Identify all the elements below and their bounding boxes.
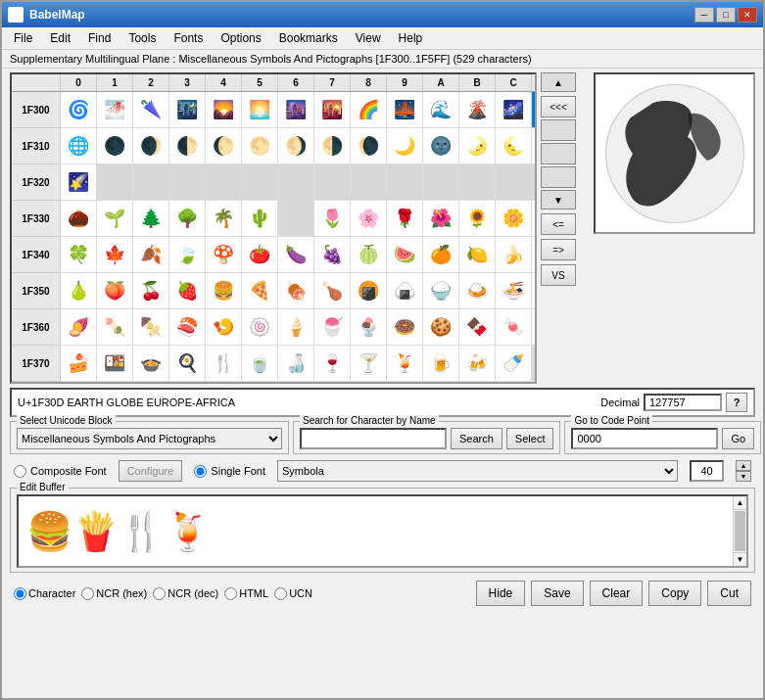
cell-1f322[interactable] — [133, 164, 169, 201]
cell-1f368[interactable]: 🍨 — [351, 309, 387, 346]
cell-1f309[interactable]: 🌉 — [387, 92, 423, 128]
format-ncr-hex-radio[interactable] — [81, 587, 94, 600]
cell-1f320[interactable]: 🌠 — [61, 164, 97, 201]
cell-1f33b[interactable]: 🌻 — [459, 201, 496, 237]
cell-1f34a[interactable]: 🍊 — [423, 237, 459, 273]
cell-1f362[interactable]: 🍢 — [133, 309, 169, 346]
cell-1f301[interactable]: 🌁 — [97, 92, 133, 128]
cell-1f341[interactable]: 🍁 — [97, 237, 133, 273]
cell-1f367[interactable]: 🍧 — [314, 309, 351, 346]
cell-1f329[interactable] — [387, 164, 423, 201]
cell-1f377[interactable]: 🍷 — [314, 346, 351, 382]
buffer-scroll-up[interactable]: ▲ — [734, 496, 746, 510]
format-ncr-dec-radio[interactable] — [153, 587, 166, 600]
cell-1f360[interactable]: 🍠 — [61, 309, 97, 346]
cell-1f321[interactable] — [97, 164, 133, 201]
cell-1f375[interactable]: 🍵 — [242, 346, 278, 382]
format-html-radio[interactable] — [224, 587, 237, 600]
cell-1f356[interactable]: 🍖 — [278, 273, 314, 309]
cell-1f31a[interactable]: 🌚 — [423, 128, 459, 164]
cell-1f31b[interactable]: 🌛 — [459, 128, 496, 164]
cell-1f314[interactable]: 🌔 — [206, 128, 242, 164]
cell-1f338[interactable]: 🌸 — [351, 201, 387, 237]
menu-view[interactable]: View — [348, 29, 389, 47]
cell-1f35b[interactable]: 🍛 — [459, 273, 496, 309]
cell-1f33d[interactable]: 🌽 — [532, 201, 537, 237]
cell-1f305[interactable]: 🌅 — [242, 92, 278, 128]
configure-button[interactable]: Configure — [119, 460, 183, 482]
cell-1f300[interactable]: 🌀 — [61, 92, 97, 128]
cell-1f36a[interactable]: 🍪 — [423, 309, 459, 346]
cell-1f333[interactable]: 🌳 — [169, 201, 206, 237]
menu-file[interactable]: File — [6, 29, 40, 47]
goto-input[interactable] — [571, 428, 718, 449]
cell-1f363[interactable]: 🍣 — [169, 309, 206, 346]
prev-prev-button[interactable]: <<< — [541, 96, 576, 117]
copy-button[interactable]: Copy — [648, 581, 701, 606]
cell-1f369[interactable]: 🍩 — [387, 309, 423, 346]
format-character-radio[interactable] — [14, 587, 26, 600]
cell-1f374[interactable]: 🍴 — [206, 346, 242, 382]
cell-1f36c[interactable]: 🍬 — [496, 309, 532, 346]
cell-1f35d[interactable]: 🍝 — [532, 273, 537, 309]
cell-1f36b[interactable]: 🍫 — [459, 309, 496, 346]
cell-1f353[interactable]: 🍓 — [169, 273, 206, 309]
cell-1f347[interactable]: 🍇 — [314, 237, 351, 273]
cell-1f34c[interactable]: 🍌 — [496, 237, 532, 273]
cell-1f357[interactable]: 🍗 — [314, 273, 351, 309]
cell-1f379[interactable]: 🍹 — [387, 346, 423, 382]
cell-1f312[interactable]: 🌒 — [133, 128, 169, 164]
help-button[interactable]: ? — [726, 393, 747, 412]
cell-1f308[interactable]: 🌈 — [351, 92, 387, 128]
cell-1f303[interactable]: 🌃 — [169, 92, 206, 128]
cell-1f313[interactable]: 🌓 — [169, 128, 206, 164]
clear-button[interactable]: Clear — [590, 581, 644, 606]
cell-1f32c[interactable] — [496, 164, 532, 201]
cell-1f337[interactable]: 🌷 — [314, 201, 351, 237]
cell-1f35a[interactable]: 🍚 — [423, 273, 459, 309]
cell-1f323[interactable] — [169, 164, 206, 201]
cell-1f31c[interactable]: 🌜 — [496, 128, 532, 164]
cell-1f31d[interactable]: 🌝 — [532, 128, 537, 164]
format-ucn-radio[interactable] — [274, 587, 287, 600]
cell-1f327[interactable] — [314, 164, 351, 201]
menu-bookmarks[interactable]: Bookmarks — [271, 29, 346, 47]
cell-1f328[interactable] — [351, 164, 387, 201]
cell-1f331[interactable]: 🌱 — [97, 201, 133, 237]
cell-1f372[interactable]: 🍲 — [133, 346, 169, 382]
save-button[interactable]: Save — [531, 581, 583, 606]
cell-1f334[interactable]: 🌴 — [206, 201, 242, 237]
cut-button[interactable]: Cut — [707, 581, 751, 606]
cell-1f32d[interactable] — [532, 164, 537, 201]
hide-button[interactable]: Hide — [476, 581, 526, 606]
cell-1f354[interactable]: 🍔 — [206, 273, 242, 309]
cell-1f317[interactable]: 🌗 — [314, 128, 351, 164]
cell-1f364[interactable]: 🍤 — [206, 309, 242, 346]
cell-1f336[interactable] — [278, 201, 314, 237]
single-font-radio[interactable] — [194, 465, 207, 478]
cell-1f345[interactable]: 🍅 — [242, 237, 278, 273]
cell-1f37b[interactable]: 🍻 — [459, 346, 496, 382]
cell-1f373[interactable]: 🍳 — [169, 346, 206, 382]
cell-1f371[interactable]: 🍱 — [97, 346, 133, 382]
cell-1f358[interactable]: 🍘 — [351, 273, 387, 309]
cell-1f302[interactable]: 🌂 — [133, 92, 169, 128]
scroll-down-button[interactable]: ▼ — [541, 190, 576, 210]
cell-1f316[interactable]: 🌖 — [278, 128, 314, 164]
cell-1f346[interactable]: 🍆 — [278, 237, 314, 273]
cell-1f35c[interactable]: 🍜 — [496, 273, 532, 309]
cell-1f319[interactable]: 🌙 — [387, 128, 423, 164]
cell-1f340[interactable]: 🍀 — [61, 237, 97, 273]
cell-1f339[interactable]: 🌹 — [387, 201, 423, 237]
cell-1f330[interactable]: 🌰 — [61, 201, 97, 237]
search-button[interactable]: Search — [451, 428, 502, 449]
cell-1f355[interactable]: 🍕 — [242, 273, 278, 309]
cell-1f359[interactable]: 🍙 — [387, 273, 423, 309]
font-size-down[interactable]: ▼ — [736, 471, 751, 482]
maximize-button[interactable]: □ — [716, 7, 736, 23]
cell-1f315[interactable]: 🌕 — [242, 128, 278, 164]
vs-button[interactable]: VS — [541, 264, 576, 286]
cell-1f32a[interactable] — [423, 164, 459, 201]
cell-1f310[interactable]: 🌐 — [61, 128, 97, 164]
cell-1f349[interactable]: 🍉 — [387, 237, 423, 273]
